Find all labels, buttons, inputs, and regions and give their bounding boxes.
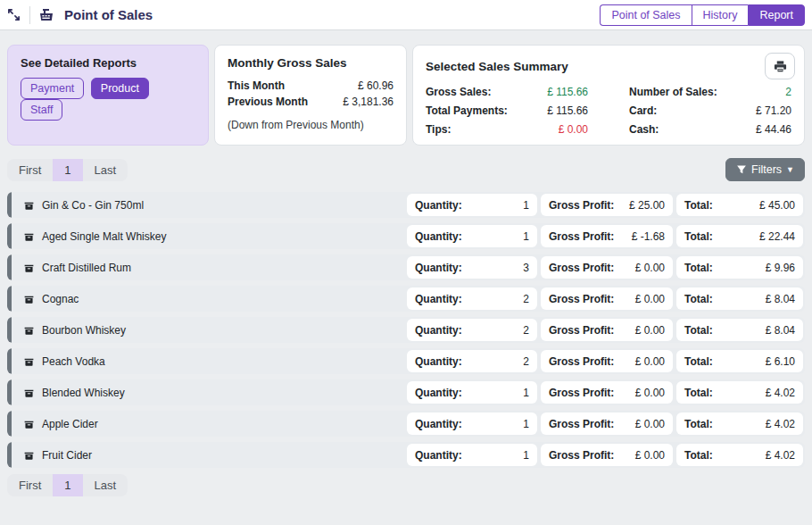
total-value: £ 9.96 [766, 262, 795, 274]
payment-report-button[interactable]: Payment [21, 78, 84, 99]
product-box-icon [23, 262, 35, 273]
pagination-last-button[interactable]: Last [83, 474, 128, 496]
pagination-page-1-button[interactable]: 1 [53, 159, 82, 181]
total-payments-stat: Total Payments: £ 115.66 [426, 104, 588, 117]
quantity-value: 2 [523, 355, 529, 368]
quantity-label: Quantity: [415, 262, 462, 274]
gross-sales-label: Gross Sales: [426, 86, 491, 98]
card-value: £ 71.20 [756, 104, 791, 117]
quantity-label: Quantity: [415, 230, 462, 243]
quantity-box: Quantity: 2 [407, 350, 537, 372]
gross-profit-label: Gross Profit: [549, 387, 614, 399]
tab-point-of-sales[interactable]: Point of Sales [600, 4, 691, 26]
quantity-value: 1 [523, 387, 529, 399]
tips-stat: Tips: £ 0.00 [426, 123, 588, 136]
tab-history[interactable]: History [692, 4, 749, 26]
total-box: Total: £ 22.44 [676, 225, 803, 247]
chevron-down-icon: ▼ [786, 166, 794, 174]
gross-profit-box: Gross Profit: £ 0.00 [541, 256, 673, 279]
product-list: Gin & Co - Gin 750ml Quantity: 1 Gross P… [7, 192, 805, 468]
product-box-icon [23, 387, 35, 398]
gross-profit-value: £ 0.00 [635, 324, 665, 337]
total-box: Total: £ 4.02 [676, 444, 803, 466]
pagination-first-button[interactable]: First [7, 474, 53, 496]
gross-profit-box: Gross Profit: £ 0.00 [541, 350, 673, 372]
sales-summary-card: Selected Sales Summary Gross Sales: £ 11… [412, 45, 805, 146]
number-of-sales-stat: Number of Sales: 2 [629, 86, 791, 98]
print-button[interactable] [765, 53, 795, 79]
quantity-box: Quantity: 2 [407, 288, 537, 310]
gross-profit-value: £ 0.00 [635, 355, 665, 368]
total-box: Total: £ 8.04 [676, 288, 803, 310]
gross-profit-box: Gross Profit: £ 0.00 [541, 412, 673, 435]
total-value: £ 4.02 [766, 449, 795, 462]
this-month-label: This Month [228, 79, 285, 92]
detailed-reports-title: See Detailed Reports [21, 56, 195, 70]
card-stat: Card: £ 71.20 [629, 104, 791, 117]
gross-profit-value: £ 0.00 [635, 418, 665, 430]
product-row[interactable]: Apple Cider Quantity: 1 Gross Profit: £ … [7, 411, 805, 437]
product-name: Peach Vodka [42, 355, 105, 368]
product-name: Craft Distilled Rum [42, 262, 131, 274]
total-label: Total: [684, 449, 713, 462]
funnel-icon [736, 164, 747, 175]
quantity-value: 2 [523, 324, 529, 337]
product-row[interactable]: Bourbon Whiskey Quantity: 2 Gross Profit… [7, 317, 805, 343]
expand-arrows-icon[interactable] [7, 8, 21, 21]
product-report-button[interactable]: Product [91, 78, 149, 99]
product-name: Apple Cider [42, 418, 98, 430]
product-name: Cognac [42, 293, 79, 305]
quantity-box: Quantity: 3 [407, 256, 537, 279]
product-box-icon [23, 418, 35, 429]
total-value: £ 8.04 [766, 324, 795, 337]
gross-profit-box: Gross Profit: £ -1.68 [541, 225, 673, 247]
card-label: Card: [629, 104, 657, 117]
total-label: Total: [684, 262, 713, 274]
number-of-sales-value: 2 [785, 86, 791, 98]
product-row[interactable]: Blended Whiskey Quantity: 1 Gross Profit… [7, 379, 805, 405]
printer-icon [774, 60, 787, 73]
cash-label: Cash: [629, 123, 659, 136]
cash-register-icon [39, 8, 54, 22]
tips-value: £ 0.00 [559, 123, 588, 136]
product-row[interactable]: Peach Vodka Quantity: 2 Gross Profit: £ … [7, 348, 805, 374]
total-label: Total: [684, 199, 713, 212]
product-row[interactable]: Aged Single Malt Whiskey Quantity: 1 Gro… [7, 223, 805, 249]
page-title: Point of Sales [64, 7, 153, 22]
product-box-icon [23, 449, 35, 461]
gross-profit-box: Gross Profit: £ 0.00 [541, 381, 673, 404]
gross-profit-box: Gross Profit: £ 0.00 [541, 319, 673, 341]
total-box: Total: £ 9.96 [676, 256, 803, 279]
product-row[interactable]: Cognac Quantity: 2 Gross Profit: £ 0.00 … [7, 286, 805, 312]
quantity-value: 1 [523, 199, 529, 212]
gross-profit-value: £ 25.00 [629, 199, 665, 212]
pagination-first-button[interactable]: First [7, 159, 53, 181]
total-value: £ 4.02 [766, 418, 795, 430]
gross-profit-value: £ 0.00 [635, 293, 665, 305]
gross-profit-box: Gross Profit: £ 0.00 [541, 444, 673, 466]
staff-report-button[interactable]: Staff [21, 99, 62, 121]
quantity-label: Quantity: [415, 324, 462, 337]
previous-month-row: Previous Month £ 3,181.36 [228, 96, 394, 108]
gross-profit-label: Gross Profit: [549, 324, 614, 337]
product-box-icon [23, 324, 35, 336]
gross-profit-label: Gross Profit: [549, 355, 614, 368]
tab-report[interactable]: Report [748, 4, 805, 26]
product-row[interactable]: Fruit Cider Quantity: 1 Gross Profit: £ … [7, 442, 805, 468]
total-payments-label: Total Payments: [426, 104, 508, 117]
detailed-reports-card: See Detailed Reports Payment Product Sta… [7, 45, 209, 146]
total-label: Total: [684, 324, 713, 337]
quantity-label: Quantity: [415, 199, 462, 212]
total-label: Total: [684, 387, 713, 399]
product-row[interactable]: Craft Distilled Rum Quantity: 3 Gross Pr… [7, 254, 805, 280]
product-box-icon [23, 230, 35, 242]
divider [29, 6, 30, 24]
monthly-gross-sales-title: Monthly Gross Sales [228, 56, 394, 70]
pagination-last-button[interactable]: Last [83, 159, 128, 181]
quantity-value: 2 [523, 293, 529, 305]
pagination-page-1-button[interactable]: 1 [53, 474, 82, 496]
filters-button[interactable]: Filters ▼ [725, 158, 805, 181]
quantity-box: Quantity: 1 [407, 225, 537, 247]
total-value: £ 22.44 [759, 230, 795, 243]
product-row[interactable]: Gin & Co - Gin 750ml Quantity: 1 Gross P… [7, 192, 805, 218]
